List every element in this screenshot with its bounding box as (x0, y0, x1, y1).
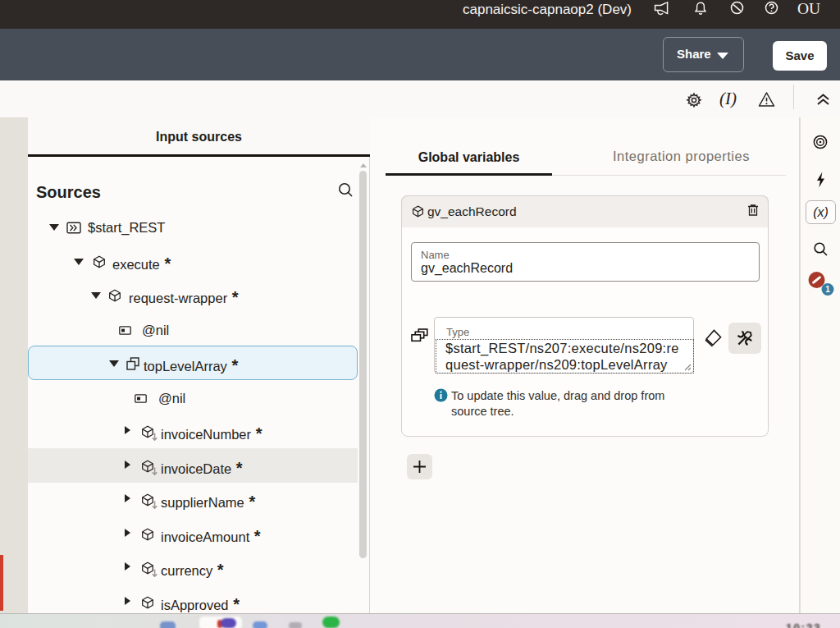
svg-text:1: 1 (825, 285, 830, 294)
